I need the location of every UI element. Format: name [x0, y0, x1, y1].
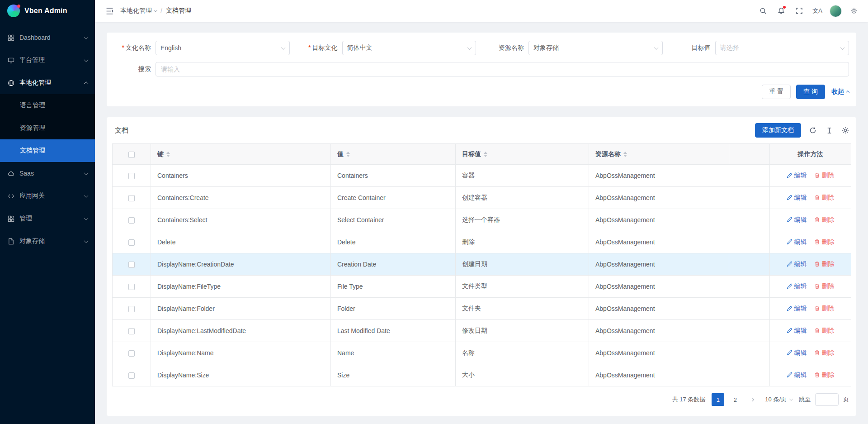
sidebar-item-dashboard[interactable]: Dashboard: [0, 26, 95, 49]
platform-icon: [7, 57, 15, 64]
edit-link[interactable]: 编辑: [787, 305, 807, 313]
sort-icons[interactable]: [346, 152, 350, 157]
table-header-row: 键 值 目标值 资源名称 操作方法: [113, 144, 851, 165]
trash-icon: [814, 350, 820, 356]
table-row[interactable]: Containers:SelectSelect Container选择一个容器A…: [113, 209, 851, 231]
row-checkbox[interactable]: [128, 328, 135, 334]
add-document-button[interactable]: 添加新文档: [755, 123, 801, 138]
text-height-icon[interactable]: [825, 126, 834, 135]
breadcrumb-current: 文档管理: [166, 7, 191, 15]
sidebar-item-document-management[interactable]: 文档管理: [0, 139, 95, 162]
filter-field-culture-name: *文化名称 English: [114, 41, 290, 55]
sidebar-item-resource-management[interactable]: 资源管理: [0, 117, 95, 139]
collapse-link[interactable]: 收起: [831, 88, 849, 96]
select-all-checkbox[interactable]: [128, 152, 135, 158]
edit-link[interactable]: 编辑: [787, 282, 807, 291]
dashboard-icon: [7, 34, 15, 42]
page-button-1[interactable]: 1: [712, 393, 724, 406]
avatar[interactable]: [830, 5, 842, 17]
row-checkbox[interactable]: [128, 284, 135, 290]
edit-link[interactable]: 编辑: [787, 172, 807, 180]
edit-link[interactable]: 编辑: [787, 371, 807, 379]
row-checkbox[interactable]: [128, 173, 135, 179]
delete-link[interactable]: 删除: [814, 305, 835, 313]
table-settings-gear-icon[interactable]: [841, 126, 850, 135]
delete-link[interactable]: 删除: [814, 371, 835, 379]
table-row[interactable]: DisplayName:CreationDateCreation Date创建日…: [113, 253, 851, 276]
delete-link[interactable]: 删除: [814, 172, 835, 180]
next-page-button[interactable]: [746, 393, 759, 406]
cell-empty: [729, 364, 770, 386]
translate-icon[interactable]: 文A: [810, 3, 825, 19]
row-checkbox[interactable]: [128, 217, 135, 224]
row-checkbox[interactable]: [128, 262, 135, 268]
edit-link[interactable]: 编辑: [787, 194, 807, 202]
sidebar-item-object-storage[interactable]: 对象存储: [0, 230, 95, 252]
sidebar-item-localization-management[interactable]: 本地化管理: [0, 71, 95, 94]
table-row[interactable]: DisplayName:FileTypeFile Type文件类型AbpOssM…: [113, 276, 851, 298]
delete-link[interactable]: 删除: [814, 216, 835, 224]
settings-gear-icon[interactable]: [846, 3, 862, 19]
sidebar-item-management[interactable]: 管理: [0, 207, 95, 230]
sidebar-item-saas[interactable]: Saas: [0, 162, 95, 185]
delete-link[interactable]: 删除: [814, 282, 835, 291]
table-row[interactable]: DisplayName:FolderFolder文件夹AbpOssManagem…: [113, 298, 851, 320]
page-button-2[interactable]: 2: [729, 393, 741, 406]
table-row[interactable]: ContainersContainers容器AbpOssManagement编辑…: [113, 165, 851, 187]
edit-link[interactable]: 编辑: [787, 260, 807, 268]
sidebar-item-label: 文档管理: [20, 147, 88, 155]
table-row[interactable]: DisplayName:NameName名称AbpOssManagement编辑…: [113, 342, 851, 364]
filter-actions: 重 置 查 询 收起: [114, 85, 849, 99]
sidebar-item-language-management[interactable]: 语言管理: [0, 94, 95, 117]
breadcrumb-section[interactable]: 本地化管理: [120, 7, 157, 15]
menu-fold-icon[interactable]: [102, 4, 117, 18]
refresh-icon[interactable]: [808, 126, 817, 135]
jump-page-input[interactable]: [815, 393, 839, 406]
delete-link[interactable]: 删除: [814, 327, 835, 335]
reset-button[interactable]: 重 置: [762, 85, 791, 99]
delete-link[interactable]: 删除: [814, 349, 835, 357]
table-row[interactable]: DeleteDelete删除AbpOssManagement编辑删除: [113, 231, 851, 253]
table-row[interactable]: DisplayName:SizeSize大小AbpOssManagement编辑…: [113, 364, 851, 386]
cell-value: Creation Date: [331, 253, 456, 276]
delete-link[interactable]: 删除: [814, 194, 835, 202]
logo[interactable]: Vben Admin: [0, 0, 95, 22]
chevron-down-icon: [654, 45, 658, 50]
cell-empty: [729, 209, 770, 231]
query-button[interactable]: 查 询: [796, 85, 825, 99]
row-checkbox[interactable]: [128, 306, 135, 312]
table-row[interactable]: DisplayName:LastModifiedDateLast Modifie…: [113, 320, 851, 342]
row-checkbox[interactable]: [128, 350, 135, 357]
row-checkbox[interactable]: [128, 195, 135, 201]
sort-icons[interactable]: [484, 152, 487, 157]
sort-icons[interactable]: [623, 152, 627, 157]
page-size-select[interactable]: 10 条/页: [763, 393, 794, 406]
required-asterisk: *: [122, 44, 124, 51]
row-checkbox[interactable]: [128, 239, 135, 246]
resource-name-select[interactable]: 对象存储: [528, 41, 663, 55]
notification-bell-icon[interactable]: [774, 3, 789, 19]
sidebar-item-platform-management[interactable]: 平台管理: [0, 49, 95, 71]
delete-link[interactable]: 删除: [814, 238, 835, 246]
table-card: 文档 添加新文档: [107, 117, 856, 416]
edit-link[interactable]: 编辑: [787, 238, 807, 246]
target-value-select[interactable]: 请选择: [715, 41, 849, 55]
cell-target: 容器: [456, 165, 589, 187]
search-icon[interactable]: [755, 3, 771, 19]
table-row[interactable]: Containers:CreateCreate Container创建容器Abp…: [113, 187, 851, 209]
chevron-down-icon: [84, 193, 89, 198]
edit-link[interactable]: 编辑: [787, 349, 807, 357]
search-input[interactable]: [156, 62, 849, 76]
delete-link[interactable]: 删除: [814, 260, 835, 268]
edit-link[interactable]: 编辑: [787, 327, 807, 335]
edit-pencil-icon: [787, 217, 793, 223]
main-area: 本地化管理 / 文档管理 文A: [95, 0, 868, 424]
sidebar-item-app-gateway[interactable]: 应用网关: [0, 185, 95, 207]
cell-actions: 编辑删除: [770, 298, 851, 320]
row-checkbox[interactable]: [128, 372, 135, 379]
target-culture-select[interactable]: 简体中文: [342, 41, 476, 55]
edit-link[interactable]: 编辑: [787, 216, 807, 224]
fullscreen-icon[interactable]: [792, 3, 807, 19]
culture-name-select[interactable]: English: [156, 41, 290, 55]
sort-icons[interactable]: [166, 152, 170, 157]
